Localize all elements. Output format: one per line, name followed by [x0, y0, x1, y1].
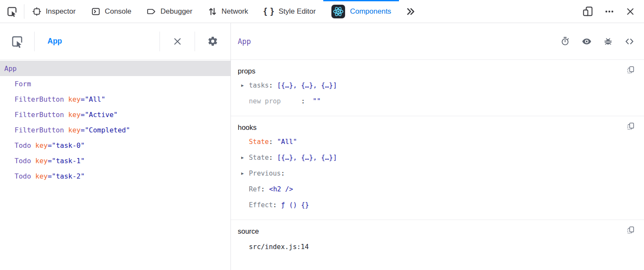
- tabs-overflow-button[interactable]: [399, 0, 422, 23]
- toolbar-right-controls: [577, 0, 644, 23]
- hook-value[interactable]: ƒ () {}: [281, 201, 309, 209]
- key-value: ="All": [81, 95, 106, 103]
- hook-row-state-tasks: ▶ State: [{…}, {…}, {…}]: [238, 150, 635, 165]
- tab-inspector[interactable]: Inspector: [24, 0, 83, 23]
- hook-value[interactable]: [{…}, {…}, {…}]: [277, 154, 337, 161]
- tab-console[interactable]: Console: [83, 0, 139, 23]
- tab-components[interactable]: Components: [323, 0, 399, 23]
- tab-debugger[interactable]: Debugger: [139, 0, 200, 23]
- props-section: props ▶ tasks: [{…}, {…}, {…}]: [231, 60, 644, 116]
- source-section-title: source: [238, 226, 259, 236]
- tree-row-todo-task-1[interactable]: Todo key ="task-1": [0, 153, 230, 168]
- tree-row-filterbutton-completed[interactable]: FilterButton key ="Completed": [0, 122, 230, 138]
- header-separator: [34, 32, 35, 51]
- inspect-dom-element-button[interactable]: [582, 36, 592, 47]
- debugger-icon: [147, 7, 156, 16]
- owners-stack-app-button[interactable]: App: [47, 37, 62, 46]
- hooks-section: hooks State: "All" ▶: [231, 116, 644, 220]
- component-name: FilterButton: [15, 111, 64, 119]
- components-tree-panel: App App: [0, 23, 231, 270]
- copy-props-button[interactable]: [626, 65, 635, 74]
- meatball-menu-icon: [604, 6, 614, 17]
- suspend-component-button[interactable]: [560, 36, 570, 46]
- responsive-design-icon: [582, 6, 593, 17]
- tab-label: Network: [222, 7, 248, 16]
- view-source-button[interactable]: [624, 36, 635, 47]
- tab-label: Inspector: [46, 7, 76, 16]
- hook-row-previous: ▶ Previous:: [238, 165, 635, 181]
- tree-row-todo-task-0[interactable]: Todo key ="task-0": [0, 138, 230, 153]
- hook-name: Previous: [249, 170, 281, 177]
- settings-button[interactable]: [195, 23, 230, 59]
- key-value: ="Completed": [81, 126, 130, 134]
- stopwatch-icon: [560, 36, 570, 46]
- component-name: Todo: [15, 141, 31, 150]
- pick-component-button[interactable]: [0, 23, 34, 59]
- devtools-main: App App: [0, 23, 644, 270]
- component-name: App: [4, 65, 17, 73]
- prop-name: tasks: [249, 82, 269, 89]
- style-editor-icon: { }: [263, 6, 274, 15]
- hook-name: Effect: [249, 201, 273, 209]
- tab-label: Components: [350, 7, 391, 16]
- clear-owners-button[interactable]: [160, 23, 195, 59]
- component-name: Form: [15, 80, 31, 88]
- close-devtools-button[interactable]: [620, 7, 641, 16]
- key-attribute: key: [68, 111, 81, 119]
- component-name: Todo: [15, 172, 31, 180]
- copy-hooks-button[interactable]: [626, 122, 635, 131]
- prop-row-tasks: ▶ tasks: [{…}, {…}, {…}]: [238, 77, 635, 93]
- hook-name: State: [249, 154, 269, 161]
- responsive-design-mode-button[interactable]: [577, 6, 599, 17]
- tree-panel-header: App: [0, 23, 230, 60]
- hook-row-effect: Effect: ƒ () {}: [238, 197, 635, 213]
- key-attribute: key: [35, 141, 48, 150]
- component-name: Todo: [15, 157, 31, 165]
- tree-row-form[interactable]: Form: [0, 76, 230, 91]
- tree-row-todo-task-2[interactable]: Todo key ="task-2": [0, 168, 230, 184]
- component-name: FilterButton: [15, 95, 64, 103]
- pick-element-icon: [6, 6, 18, 17]
- hook-name: Ref: [249, 185, 261, 193]
- component-name: FilterButton: [15, 126, 64, 134]
- source-section: source src/index.js:14: [231, 220, 644, 270]
- new-prop-row: :: [238, 93, 635, 109]
- key-attribute: key: [68, 126, 81, 134]
- tree-row-app[interactable]: App: [0, 61, 230, 76]
- key-attribute: key: [35, 172, 48, 180]
- hook-row-state-filter: State: "All": [238, 134, 635, 150]
- source-path[interactable]: src/index.js:14: [238, 243, 635, 251]
- pick-element-button[interactable]: [0, 0, 24, 23]
- tree-row-filterbutton-active[interactable]: FilterButton key ="Active": [0, 107, 230, 122]
- inspected-element-panel: App: [231, 23, 644, 270]
- react-logo-icon: [331, 4, 346, 19]
- tree-row-filterbutton-all[interactable]: FilterButton key ="All": [0, 91, 230, 107]
- expand-arrow-icon[interactable]: ▶: [241, 171, 249, 176]
- devtools-window: Inspector Console Debugger: [0, 0, 644, 270]
- inspector-icon: [32, 7, 41, 16]
- hook-value[interactable]: <h2 />: [269, 185, 293, 193]
- hook-value[interactable]: "All": [277, 138, 297, 146]
- tab-label: Console: [105, 7, 131, 16]
- code-icon: [624, 36, 635, 47]
- expand-arrow-icon[interactable]: ▶: [241, 155, 249, 160]
- new-prop-value-input[interactable]: [313, 97, 343, 105]
- devtools-toolbar: Inspector Console Debugger: [0, 0, 644, 23]
- meatball-menu-button[interactable]: [599, 6, 620, 17]
- tab-network[interactable]: Network: [200, 0, 256, 23]
- key-value: ="task-0": [47, 141, 85, 150]
- hook-row-ref: Ref: <h2 />: [238, 181, 635, 197]
- clear-x-icon: [172, 36, 183, 47]
- new-prop-name-input[interactable]: [249, 97, 301, 105]
- props-section-title: props: [238, 66, 255, 76]
- copy-icon: [626, 65, 635, 74]
- eye-icon: [582, 36, 592, 47]
- expand-arrow-icon[interactable]: ▶: [241, 83, 249, 88]
- copy-source-button[interactable]: [626, 226, 635, 235]
- log-component-data-button[interactable]: [603, 37, 613, 46]
- copy-icon: [626, 226, 635, 235]
- key-value: ="task-1": [47, 157, 85, 165]
- prop-value[interactable]: [{…}, {…}, {…}]: [277, 82, 337, 89]
- tab-style-editor[interactable]: { } Style Editor: [256, 0, 323, 23]
- key-attribute: key: [68, 95, 81, 103]
